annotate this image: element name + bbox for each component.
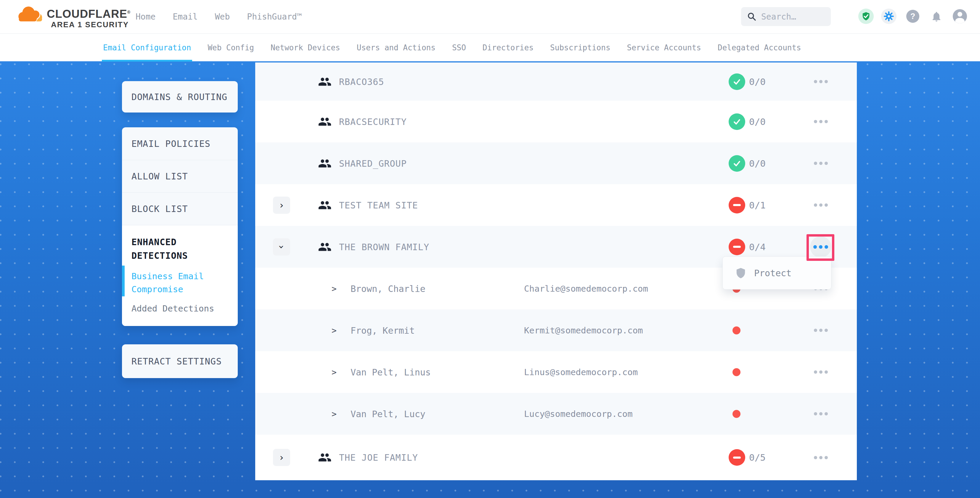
member-name: Brown, Charlie [350, 283, 425, 294]
nav-item-phishguard[interactable]: PhishGuard™ [247, 12, 302, 22]
protected-count: 0/1 [749, 200, 766, 210]
groups-table: RBACO365 0/0 RBACSECURITY 0/0 SHARED_GRO… [255, 62, 857, 480]
menu-item-protect[interactable]: Protect [754, 268, 791, 278]
group-icon [318, 158, 332, 169]
shield-check-icon[interactable] [858, 9, 874, 24]
tab-delegated-accounts[interactable]: Delegated Accounts [718, 34, 801, 62]
group-name: RBACO365 [339, 76, 384, 87]
row-menu-button[interactable] [810, 447, 831, 468]
table-row: RBACO365 0/0 [255, 62, 857, 101]
member-row: > Frog, Kermit Kermit@somedemocorp.com [255, 309, 857, 351]
nav-item-email[interactable]: Email [173, 12, 197, 22]
active-item-indicator [122, 266, 125, 296]
group-icon [318, 452, 332, 463]
minus-icon [733, 246, 741, 248]
tab-users-and-actions[interactable]: Users and Actions [357, 34, 436, 62]
row-menu-button[interactable] [810, 194, 831, 216]
status-badge-ok [729, 113, 745, 130]
minus-icon [733, 204, 741, 206]
sidebar-policies-card: EMAIL POLICIES ALLOW LIST BLOCK LIST ENH… [122, 127, 238, 326]
primary-nav: Home Email Web PhishGuard™ [135, 0, 302, 33]
top-header: CLOUDFLARE® AREA 1 SECURITY Home Email W… [0, 0, 980, 33]
group-name: SHARED_GROUP [339, 158, 407, 169]
table-row: RBACSECURITY 0/0 [255, 101, 857, 142]
status-dot-alert [732, 368, 740, 376]
cloudflare-logo: CLOUDFLARE® AREA 1 SECURITY [14, 3, 130, 29]
notifications-bell-icon[interactable] [930, 10, 943, 23]
group-name: TEST TEAM SITE [339, 200, 418, 210]
sidebar-item-business-email-compromise[interactable]: Business Email Compromise [132, 270, 229, 296]
settings-gear-icon[interactable] [881, 9, 897, 24]
row-menu-button[interactable] [810, 111, 831, 132]
trademark-symbol: ® [127, 10, 130, 14]
minus-icon [733, 457, 741, 458]
member-email: Charlie@somedemocorp.com [524, 284, 648, 294]
enhanced-detections-title: ENHANCED DETECTIONS [132, 235, 229, 263]
status-dot-alert [732, 326, 740, 334]
account-avatar-icon[interactable] [953, 9, 967, 23]
sidebar-section-enhanced-detections[interactable]: ENHANCED DETECTIONS Business Email Compr… [122, 225, 238, 326]
member-name: Frog, Kermit [350, 325, 415, 336]
nav-item-home[interactable]: Home [135, 12, 156, 22]
expand-row-button[interactable]: › [273, 197, 290, 214]
group-name: THE JOE FAMILY [339, 452, 418, 463]
member-name: Van Pelt, Lucy [350, 409, 425, 419]
nav-item-web[interactable]: Web [215, 12, 230, 22]
table-row: › THE JOE FAMILY 0/5 [255, 434, 857, 480]
chevron-right-icon: › [278, 453, 284, 462]
sidebar-item-email-policies[interactable]: EMAIL POLICIES [122, 127, 238, 160]
group-icon [318, 76, 332, 88]
member-email: Linus@somedemocorp.com [524, 367, 638, 377]
protected-count: 0/0 [749, 116, 766, 127]
chevron-down-icon: › [277, 244, 286, 250]
sidebar-item-allow-list[interactable]: ALLOW LIST [122, 160, 238, 193]
protected-count: 0/4 [749, 242, 766, 252]
search-input[interactable] [761, 12, 821, 22]
collapse-row-button[interactable]: › [273, 238, 290, 256]
tab-email-configuration[interactable]: Email Configuration [103, 34, 191, 62]
sidebar-item-domains-routing[interactable]: DOMAINS & ROUTING [122, 81, 238, 113]
sidebar-item-block-list[interactable]: BLOCK LIST [122, 193, 238, 225]
search-bar[interactable] [741, 7, 831, 26]
sidebar-item-added-detections[interactable]: Added Detections [132, 304, 229, 313]
group-icon [318, 199, 332, 211]
member-marker: > [332, 284, 337, 293]
table-row: SHARED_GROUP 0/0 [255, 142, 857, 184]
group-name: THE BROWN FAMILY [339, 242, 429, 252]
member-marker: > [332, 409, 337, 418]
help-icon[interactable]: ? [906, 10, 919, 23]
tab-network-devices[interactable]: Network Devices [270, 34, 340, 62]
row-menu-button[interactable] [810, 403, 831, 425]
brand-subtitle: AREA 1 SECURITY [51, 20, 130, 29]
group-name: RBACSECURITY [339, 116, 407, 127]
status-dot-alert [732, 410, 740, 418]
group-icon [318, 116, 332, 127]
tab-web-config[interactable]: Web Config [208, 34, 254, 62]
status-badge-ok [729, 73, 745, 90]
member-email: Lucy@somedemocorp.com [524, 409, 633, 419]
search-icon [747, 12, 756, 21]
row-menu-button[interactable] [810, 153, 831, 174]
status-badge-alert [729, 449, 745, 466]
member-row: > Van Pelt, Linus Linus@somedemocorp.com [255, 351, 857, 393]
brand-name: CLOUDFLARE® [47, 6, 130, 20]
member-name: Van Pelt, Linus [350, 367, 431, 377]
status-badge-alert [729, 197, 745, 213]
member-row: > Van Pelt, Lucy Lucy@somedemocorp.com [255, 393, 857, 434]
tab-subscriptions[interactable]: Subscriptions [550, 34, 611, 62]
protected-count: 0/5 [749, 452, 766, 463]
shield-icon [736, 267, 746, 278]
table-row: › TEST TEAM SITE 0/1 [255, 184, 857, 226]
row-menu-button[interactable] [810, 71, 831, 92]
sidebar-item-retract-settings[interactable]: RETRACT SETTINGS [122, 344, 238, 378]
row-menu-button[interactable] [810, 361, 831, 383]
tab-sso[interactable]: SSO [452, 34, 466, 62]
group-icon [318, 241, 332, 253]
tab-service-accounts[interactable]: Service Accounts [627, 34, 701, 62]
member-marker: > [332, 367, 337, 377]
expand-row-button[interactable]: › [273, 449, 290, 466]
tab-directories[interactable]: Directories [483, 34, 533, 62]
status-badge-alert [729, 239, 745, 255]
row-menu-button[interactable] [810, 320, 831, 341]
secondary-nav: Email Configuration Web Config Network D… [0, 33, 980, 61]
